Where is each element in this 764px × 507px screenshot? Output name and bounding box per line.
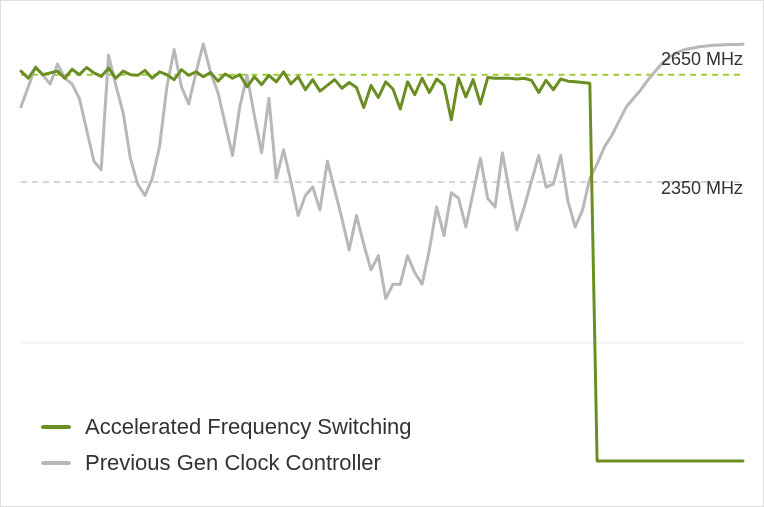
legend-swatch-icon bbox=[41, 425, 71, 429]
series-previous-gen bbox=[21, 44, 743, 299]
chart-frame: 2650 MHz 2350 MHz Accelerated Frequency … bbox=[0, 0, 764, 507]
reference-label-lower: 2350 MHz bbox=[661, 178, 743, 199]
reference-label-upper: 2650 MHz bbox=[661, 49, 743, 70]
legend-label: Previous Gen Clock Controller bbox=[85, 450, 381, 476]
series-accelerated bbox=[21, 68, 743, 462]
legend-label: Accelerated Frequency Switching bbox=[85, 414, 412, 440]
legend: Accelerated Frequency Switching Previous… bbox=[41, 414, 412, 476]
legend-swatch-icon bbox=[41, 461, 71, 465]
legend-item-accelerated: Accelerated Frequency Switching bbox=[41, 414, 412, 440]
legend-item-previous-gen: Previous Gen Clock Controller bbox=[41, 450, 412, 476]
